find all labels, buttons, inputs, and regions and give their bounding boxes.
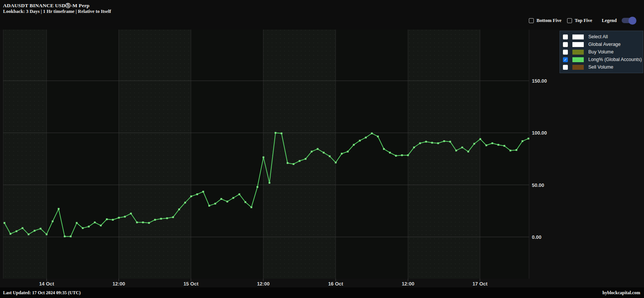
x-tick-label: 15 Oct <box>183 281 199 287</box>
data-point-marker <box>184 202 186 204</box>
data-point-marker <box>22 227 23 229</box>
data-point-marker <box>34 230 36 232</box>
data-point-marker <box>220 198 222 200</box>
x-tick-label: 17 Oct <box>472 281 488 287</box>
data-point-marker <box>371 132 373 134</box>
data-point-marker <box>365 136 367 138</box>
data-point-marker <box>491 143 493 144</box>
data-point-marker <box>425 141 427 143</box>
legend-item-label: Long% (Global Accounts) <box>588 57 642 62</box>
time-band-shading <box>408 30 480 279</box>
data-point-marker <box>443 140 445 142</box>
data-point-marker <box>124 216 126 218</box>
data-point-marker <box>449 141 451 143</box>
legend-item-sell-volume[interactable]: Sell Volume <box>563 63 640 71</box>
data-point-marker <box>244 201 246 203</box>
data-point-marker <box>58 208 60 210</box>
data-point-marker <box>28 234 30 235</box>
data-point-marker <box>263 157 264 158</box>
data-point-marker <box>474 143 475 145</box>
data-point-marker <box>154 219 156 221</box>
data-point-marker <box>9 233 11 235</box>
data-point-marker <box>335 162 337 163</box>
data-point-marker <box>323 152 325 154</box>
data-point-marker <box>166 217 168 219</box>
data-point-marker <box>112 219 114 221</box>
unchecked-checkbox[interactable] <box>563 50 568 55</box>
data-point-marker <box>70 235 72 237</box>
data-point-marker <box>239 193 241 195</box>
legend-panel: Select AllGlobal AverageBuy Volume✓Long%… <box>560 31 643 73</box>
unchecked-checkbox[interactable] <box>563 42 568 47</box>
data-point-marker <box>178 209 180 210</box>
line-chart-plot-area[interactable] <box>0 0 644 298</box>
data-point-marker <box>172 216 174 218</box>
data-point-marker <box>94 221 96 223</box>
data-point-marker <box>281 132 283 134</box>
series-color-swatch <box>572 57 584 62</box>
data-point-marker <box>40 228 42 230</box>
data-point-marker <box>347 151 349 152</box>
data-point-marker <box>100 224 102 226</box>
legend-item-global-average[interactable]: Global Average <box>563 41 640 48</box>
x-tick-label: 14 Oct <box>39 281 54 287</box>
data-point-marker <box>299 160 301 162</box>
data-point-marker <box>208 205 210 207</box>
y-tick-label: 0.00 <box>532 234 541 240</box>
data-point-marker <box>383 148 385 150</box>
data-point-marker <box>401 154 403 156</box>
data-point-marker <box>395 155 397 157</box>
data-point-marker <box>64 235 66 237</box>
legend-item-select-all[interactable]: Select All <box>563 33 640 41</box>
data-point-marker <box>214 203 216 205</box>
data-point-marker <box>130 213 132 215</box>
data-point-marker <box>455 150 457 152</box>
data-point-marker <box>407 154 409 156</box>
data-point-marker <box>377 136 379 138</box>
data-point-marker <box>287 162 289 164</box>
series-color-swatch <box>572 42 584 47</box>
legend-item-buy-volume[interactable]: Buy Volume <box>563 48 640 56</box>
data-point-marker <box>359 140 361 142</box>
series-color-swatch <box>572 35 584 39</box>
data-point-marker <box>46 234 48 235</box>
data-point-marker <box>467 151 469 152</box>
data-point-marker <box>227 201 228 202</box>
data-point-marker <box>311 151 313 152</box>
unchecked-checkbox[interactable] <box>563 35 568 39</box>
data-point-marker <box>431 142 433 144</box>
data-point-marker <box>510 150 511 152</box>
legend-item-label: Sell Volume <box>588 64 613 70</box>
data-point-marker <box>3 222 5 224</box>
data-point-marker <box>88 226 90 227</box>
legend-item-label: Buy Volume <box>588 49 614 55</box>
x-tick-label: 12:00 <box>113 281 125 287</box>
data-point-marker <box>329 155 331 157</box>
data-point-marker <box>233 197 234 199</box>
data-point-marker <box>148 222 150 224</box>
data-point-marker <box>142 221 144 223</box>
data-point-marker <box>293 163 295 165</box>
x-tick-label: 12:00 <box>402 281 414 287</box>
time-band-shading <box>3 30 47 279</box>
data-point-marker <box>317 148 319 150</box>
data-point-marker <box>461 146 463 148</box>
last-updated-text: Last Updated: 17 Oct 2024 09:35 (UTC) <box>3 290 81 296</box>
data-point-marker <box>256 186 258 188</box>
x-tick-label: 16 Oct <box>328 281 343 287</box>
data-point-marker <box>160 218 162 220</box>
legend-item-long-global-accounts[interactable]: ✓Long% (Global Accounts) <box>563 56 640 63</box>
data-point-marker <box>82 227 84 229</box>
data-point-marker <box>269 182 270 184</box>
footer-band <box>0 287 644 298</box>
data-point-marker <box>275 132 277 134</box>
data-point-marker <box>305 158 306 160</box>
data-point-marker <box>52 221 54 223</box>
data-point-marker <box>485 144 487 146</box>
data-point-marker <box>341 153 343 155</box>
y-tick-label: 100.00 <box>532 130 547 136</box>
legend-item-label: Select All <box>588 34 608 39</box>
data-point-marker <box>516 149 517 151</box>
checked-checkbox[interactable]: ✓ <box>563 57 568 62</box>
unchecked-checkbox[interactable] <box>563 65 568 70</box>
